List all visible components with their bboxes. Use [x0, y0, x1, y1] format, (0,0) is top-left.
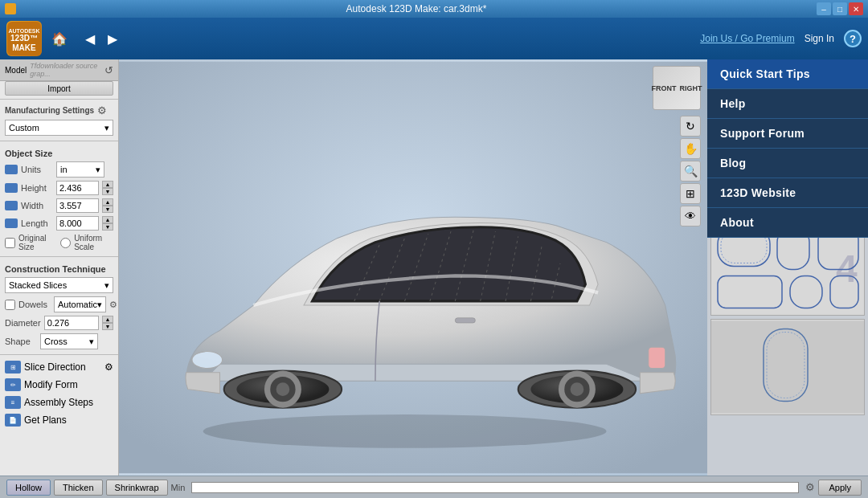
assembly-steps-row[interactable]: ≡ Assembly Steps: [0, 394, 118, 411]
gear-icon[interactable]: ⚙: [97, 104, 107, 116]
dowels-settings-icon[interactable]: ⚙: [109, 300, 117, 310]
uniform-scale-radio[interactable]: [60, 238, 71, 248]
diameter-up[interactable]: ▲: [102, 316, 113, 323]
divider-2: [0, 141, 118, 141]
modify-form-row[interactable]: ✏ Modify Form: [0, 376, 118, 394]
close-button[interactable]: ✕: [849, 2, 863, 15]
minimize-button[interactable]: –: [817, 2, 831, 15]
refresh-icon[interactable]: ↺: [104, 64, 113, 76]
diameter-row: Diameter ▲ ▼: [0, 314, 118, 332]
import-button[interactable]: Import: [5, 81, 113, 96]
menubar: AUTODESK 123D™ MAKE 🏠 ◀ ▶ Join Us / Go P…: [0, 18, 868, 59]
original-size-checkbox[interactable]: [5, 238, 15, 248]
hollow-button[interactable]: Hollow: [6, 480, 51, 496]
height-up[interactable]: ▲: [102, 181, 113, 188]
logo-area: AUTODESK 123D™ MAKE 🏠: [6, 21, 68, 56]
dowels-dropdown[interactable]: Automatic ▾: [54, 296, 106, 312]
svg-point-15: [192, 352, 223, 369]
pan-tool-button[interactable]: ✋: [680, 138, 701, 159]
signin-link[interactable]: Sign In: [805, 33, 834, 44]
maximize-button[interactable]: □: [833, 2, 847, 15]
length-input[interactable]: [56, 216, 99, 231]
diameter-down[interactable]: ▼: [102, 323, 113, 330]
mfg-settings-row: Manufacturing Settings ⚙: [0, 103, 118, 118]
diameter-label: Diameter: [5, 318, 41, 328]
width-down[interactable]: ▼: [102, 206, 113, 213]
fit-tool-button[interactable]: ⊞: [680, 183, 701, 204]
diameter-spinner[interactable]: ▲ ▼: [102, 316, 113, 330]
titlebar-left: [5, 3, 16, 14]
thicken-button[interactable]: Thicken: [54, 480, 103, 496]
thumbnail-3[interactable]: [710, 319, 865, 415]
units-row: Units in ▾: [0, 160, 118, 179]
height-input[interactable]: [56, 181, 99, 195]
menu-item-about[interactable]: About: [707, 208, 868, 238]
slice-settings-icon[interactable]: ⚙: [104, 361, 113, 373]
settings-icon[interactable]: ⚙: [805, 481, 815, 493]
view-toolbar: ↻ ✋ 🔍 ⊞ 👁: [680, 116, 701, 227]
assembly-steps-label: Assembly Steps: [24, 397, 93, 408]
width-spinner[interactable]: ▲ ▼: [102, 198, 113, 213]
units-dropdown[interactable]: in ▾: [56, 161, 104, 178]
uniform-scale-label: Uniform Scale: [74, 234, 113, 251]
height-down[interactable]: ▼: [102, 188, 113, 195]
help-button[interactable]: ?: [844, 30, 862, 47]
length-up[interactable]: ▲: [102, 216, 113, 223]
technique-row: Stacked Slices ▾: [0, 276, 118, 295]
forward-button[interactable]: ▶: [103, 29, 122, 48]
shape-dropdown[interactable]: Cross ▾: [40, 333, 98, 349]
titlebar: Autodesk 123D Make: car.3dmk* – □ ✕: [0, 0, 868, 18]
mfg-settings-label: Manufacturing Settings: [5, 106, 94, 115]
original-size-label: Original Size: [18, 234, 54, 251]
preset-dropdown[interactable]: Custom ▾: [5, 120, 113, 136]
height-icon: [5, 183, 18, 193]
progress-bar[interactable]: [191, 482, 799, 493]
width-row: Width ▲ ▼: [0, 197, 118, 214]
menu-item-blog[interactable]: Blog: [707, 149, 868, 178]
slice-direction-label: Slice Direction: [24, 361, 86, 373]
length-row: Length ▲ ▼: [0, 214, 118, 232]
menu-item-help[interactable]: Help: [707, 89, 868, 119]
back-button[interactable]: ◀: [80, 29, 100, 48]
get-plans-row[interactable]: 📄 Get Plans: [0, 411, 118, 429]
width-up[interactable]: ▲: [102, 198, 113, 206]
technique-dropdown[interactable]: Stacked Slices ▾: [5, 277, 113, 293]
shape-row: Shape Cross ▾: [0, 332, 118, 351]
svg-text:123D™: 123D™: [10, 34, 38, 43]
shrinkwrap-button[interactable]: Shrinkwrap: [106, 480, 168, 496]
width-input[interactable]: [56, 198, 99, 213]
height-spinner[interactable]: ▲ ▼: [102, 181, 113, 195]
length-spinner[interactable]: ▲ ▼: [102, 216, 113, 231]
slice-direction-row[interactable]: ⊞ Slice Direction ⚙: [0, 358, 118, 376]
length-down[interactable]: ▼: [102, 223, 113, 231]
plans-icon: 📄: [5, 414, 21, 427]
zoom-tool-button[interactable]: 🔍: [680, 161, 701, 182]
width-label: Width: [21, 201, 53, 210]
diameter-input[interactable]: [44, 316, 99, 330]
height-label: Height: [21, 183, 53, 193]
chevron-shape-icon: ▾: [89, 337, 94, 347]
front-label: FRONT: [652, 84, 677, 92]
height-row: Height ▲ ▼: [0, 179, 118, 197]
eye-tool-button[interactable]: 👁: [680, 206, 701, 227]
length-label: Length: [21, 218, 53, 228]
bottombar: Hollow Thicken Shrinkwrap Min ⚙ Apply: [0, 476, 868, 498]
slice-icon: ⊞: [5, 361, 21, 374]
viewcube[interactable]: FRONT RIGHT: [653, 66, 701, 110]
construction-title: Construction Technique: [0, 260, 118, 276]
assembly-icon: ≡: [5, 396, 21, 409]
rotate-tool-button[interactable]: ↻: [680, 116, 701, 137]
car-scene-svg: [119, 59, 707, 476]
divider-3: [0, 256, 118, 257]
length-icon: [5, 218, 18, 228]
menubar-right: Join Us / Go Premium Sign In ?: [700, 30, 862, 47]
apply-button[interactable]: Apply: [818, 480, 862, 496]
menu-item-support-forum[interactable]: Support Forum: [707, 119, 868, 149]
menu-item-123d-website[interactable]: 123D Website: [707, 178, 868, 208]
join-premium-link[interactable]: Join Us / Go Premium: [700, 33, 794, 44]
menu-item-quick-start-tips[interactable]: Quick Start Tips: [707, 59, 868, 89]
model-label: Model: [5, 66, 27, 75]
viewport[interactable]: FRONT RIGHT ↻ ✋ 🔍 ⊞ 👁: [119, 59, 707, 476]
dowels-checkbox[interactable]: [5, 300, 15, 310]
home-icon[interactable]: 🏠: [51, 31, 68, 47]
